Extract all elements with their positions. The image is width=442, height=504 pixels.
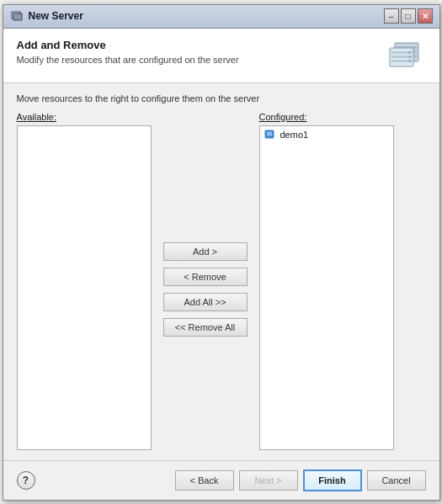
available-list[interactable] (17, 125, 152, 450)
available-panel: Available: (17, 112, 152, 450)
server-icon (388, 40, 423, 72)
remove-button[interactable]: < Remove (163, 268, 248, 286)
available-label: Available: (17, 112, 152, 122)
svg-point-12 (408, 60, 411, 62)
next-button[interactable]: Next > (239, 470, 298, 491)
list-item-label: demo1 (280, 130, 309, 140)
svg-rect-7 (391, 51, 412, 54)
svg-rect-8 (391, 56, 412, 58)
finish-button[interactable]: Finish (303, 470, 362, 491)
list-item[interactable]: demo1 (260, 126, 393, 143)
svg-point-10 (408, 51, 411, 54)
remove-all-button[interactable]: << Remove All (163, 318, 248, 337)
back-button[interactable]: < Back (175, 470, 234, 491)
content: Add and Remove Modify the resources that… (3, 29, 439, 500)
svg-rect-14 (267, 132, 272, 134)
window: New Server – □ ✕ Add and Remove Modify t… (3, 4, 440, 501)
configured-list[interactable]: demo1 (259, 125, 394, 450)
footer-section: ? < Back Next > Finish Cancel (3, 460, 439, 500)
title-bar-buttons: – □ ✕ (384, 8, 433, 24)
minimize-button[interactable]: – (384, 8, 399, 24)
body-section: Move resources to the right to configure… (3, 83, 439, 460)
instruction: Move resources to the right to configure… (17, 93, 426, 103)
configured-label: Configured: (259, 112, 394, 122)
resource-panels: Available: Add > < Remove Add All >> << … (17, 112, 426, 450)
header-icon (386, 39, 426, 72)
window-icon (10, 9, 24, 23)
help-button[interactable]: ? (17, 471, 35, 490)
header-section: Add and Remove Modify the resources that… (3, 29, 439, 83)
svg-point-11 (408, 56, 411, 58)
maximize-button[interactable]: □ (401, 8, 416, 24)
window-title: New Server (29, 10, 384, 22)
header-text: Add and Remove Modify the resources that… (17, 39, 386, 65)
svg-rect-1 (13, 13, 22, 20)
configured-panel: Configured: demo1 (259, 112, 394, 450)
app-icon (264, 128, 277, 141)
header-title: Add and Remove (17, 39, 386, 51)
add-button[interactable]: Add > (163, 242, 248, 261)
title-bar: New Server – □ ✕ (3, 5, 439, 29)
svg-rect-15 (267, 134, 272, 135)
close-button[interactable]: ✕ (418, 8, 433, 24)
middle-buttons: Add > < Remove Add All >> << Remove All (152, 112, 259, 450)
cancel-button[interactable]: Cancel (367, 470, 426, 491)
svg-rect-9 (391, 60, 412, 62)
add-all-button[interactable]: Add All >> (163, 293, 248, 311)
header-subtitle: Modify the resources that are configured… (17, 55, 386, 65)
